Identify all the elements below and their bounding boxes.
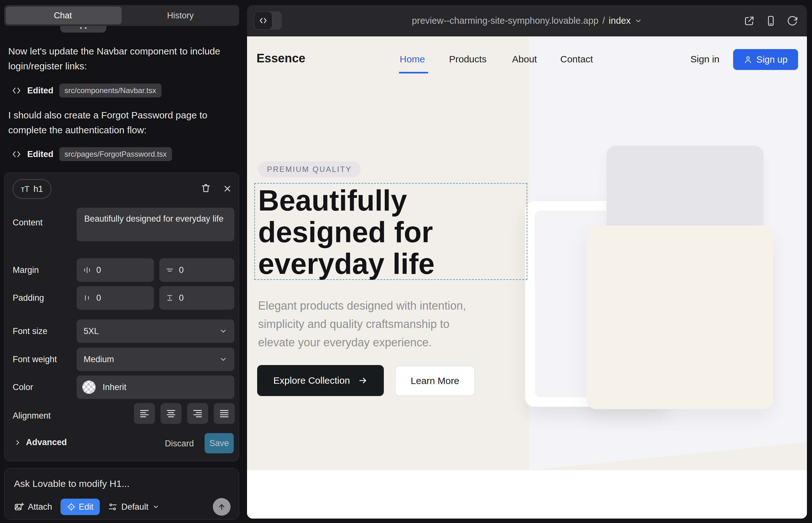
padding-x-input[interactable]: 0 — [77, 286, 154, 310]
save-button[interactable]: Save — [205, 433, 234, 453]
learn-more-button[interactable]: Learn More — [395, 366, 475, 396]
edited-label: Edited — [27, 149, 54, 159]
hero-badge: PREMIUM QUALITY — [258, 161, 361, 177]
tab-chat[interactable]: Chat — [4, 5, 122, 26]
person-icon — [744, 55, 753, 64]
close-editor-button[interactable] — [221, 182, 234, 195]
refresh-button[interactable] — [787, 15, 798, 26]
chat-message: I should also create a Forgot Password p… — [8, 108, 232, 138]
element-editor-panel: тT h1 Content Beautifully designed for e… — [4, 173, 239, 461]
chevron-right-icon — [14, 439, 21, 446]
chrome-actions — [744, 5, 798, 36]
edit-mode-button[interactable]: Edit — [60, 499, 100, 515]
hero-headline[interactable]: Beautifully designed for everyday life — [258, 184, 435, 279]
color-select[interactable]: Inherit — [77, 376, 234, 399]
color-label: Color — [13, 382, 33, 392]
align-justify-icon — [219, 409, 229, 418]
code-icon — [12, 149, 21, 159]
sign-in-link[interactable]: Sign in — [690, 54, 720, 65]
arrow-up-icon — [217, 502, 226, 511]
chat-composer: Ask Lovable to modify H1... Attach Edit … — [4, 468, 239, 520]
advanced-toggle[interactable]: Advanced — [14, 437, 67, 447]
sign-up-button[interactable]: Sign up — [733, 49, 798, 70]
edited-label: Edited — [27, 86, 54, 96]
site-section-below — [247, 470, 807, 519]
close-icon — [223, 184, 232, 194]
tab-history[interactable]: History — [122, 5, 239, 26]
edited-file-row: Edited src/components/Navbar.tsx — [12, 83, 161, 98]
edited-file-row: Edited src/pages/ForgotPassword.tsx — [12, 147, 172, 162]
site-logo[interactable]: Essence — [257, 52, 305, 65]
typography-icon: тT — [21, 184, 30, 194]
align-left-button[interactable] — [134, 403, 155, 424]
alignment-label: Alignment — [13, 411, 51, 421]
margin-y-input[interactable]: 0 — [159, 258, 234, 282]
mobile-view-button[interactable] — [765, 15, 777, 26]
align-center-icon — [166, 409, 176, 418]
url-domain: preview--charming-site-symphony.lovable.… — [412, 16, 599, 26]
delete-element-button[interactable] — [199, 182, 212, 194]
composer-toolbar: Attach Edit Default — [4, 498, 239, 516]
content-input[interactable]: Beautifully designed for everyday life — [77, 208, 234, 241]
discard-button[interactable]: Discard — [165, 439, 194, 449]
url-page: index — [609, 16, 631, 26]
nav-link-products[interactable]: Products — [449, 54, 487, 65]
align-justify-button[interactable] — [214, 403, 235, 424]
url-bar[interactable]: preview--charming-site-symphony.lovable.… — [412, 5, 642, 36]
element-tag-label: h1 — [34, 184, 43, 194]
color-swatch — [82, 381, 96, 394]
align-left-icon — [139, 409, 149, 418]
send-button[interactable] — [213, 498, 231, 516]
hero-paragraph: Elegant products designed with intention… — [258, 296, 466, 352]
background-wedge — [529, 442, 807, 470]
hero-shape-beige — [586, 226, 773, 409]
chevron-down-icon — [634, 17, 642, 25]
padding-horizontal-icon — [83, 294, 91, 302]
nav-link-contact[interactable]: Contact — [560, 54, 593, 65]
open-external-button[interactable] — [744, 15, 755, 26]
align-center-button[interactable] — [161, 403, 181, 424]
content-label: Content — [13, 218, 43, 228]
font-size-select[interactable]: 5XL — [77, 320, 234, 343]
code-toggle-segment[interactable] — [254, 12, 272, 30]
arrow-right-icon — [358, 376, 368, 385]
padding-vertical-icon — [166, 294, 174, 302]
margin-label: Margin — [13, 265, 39, 275]
nav-link-about[interactable]: About — [512, 54, 537, 65]
font-weight-label: Font weight — [13, 355, 57, 364]
preview-window: preview--charming-site-symphony.lovable.… — [247, 5, 807, 519]
chat-message: Now let's update the Navbar component to… — [8, 44, 232, 73]
selected-element-pill: тT h1 — [13, 179, 51, 199]
font-size-label: Font size — [13, 326, 48, 336]
attach-image-icon — [14, 502, 24, 512]
url-separator: / — [602, 16, 605, 26]
margin-x-input[interactable]: 0 — [77, 258, 154, 282]
padding-y-input[interactable]: 0 — [159, 286, 234, 310]
margin-vertical-icon — [166, 266, 174, 274]
composer-input[interactable]: Ask Lovable to modify H1... — [14, 479, 129, 489]
attach-button[interactable]: Attach — [14, 502, 52, 512]
edited-file-pill[interactable]: src/pages/ForgotPassword.tsx — [59, 147, 172, 161]
code-icon — [12, 86, 21, 96]
chat-history-tabs: Chat History — [4, 5, 239, 26]
code-preview-toggle[interactable] — [254, 12, 282, 30]
chevron-down-icon — [219, 327, 227, 335]
trash-icon — [200, 183, 211, 194]
sliders-icon — [108, 502, 118, 511]
chevron-down-icon — [219, 355, 227, 363]
padding-label: Padding — [13, 293, 44, 303]
site-canvas: Essence Home Products About Contact Sign… — [247, 36, 807, 519]
nav-link-home[interactable]: Home — [400, 54, 425, 65]
lovable-app: Chat History Now let's update the Navbar… — [0, 0, 812, 523]
code-icon — [259, 16, 268, 25]
align-right-icon — [193, 409, 203, 418]
nav-active-underline — [399, 72, 428, 73]
align-right-button[interactable] — [187, 403, 208, 424]
mode-select[interactable]: Default — [108, 502, 159, 512]
target-icon — [67, 502, 76, 511]
font-weight-select[interactable]: Medium — [77, 348, 234, 371]
margin-horizontal-icon — [83, 266, 91, 274]
explore-collection-button[interactable]: Explore Collection — [257, 365, 384, 396]
chevron-down-icon — [152, 503, 159, 510]
edited-file-pill[interactable]: src/components/Navbar.tsx — [59, 84, 161, 97]
